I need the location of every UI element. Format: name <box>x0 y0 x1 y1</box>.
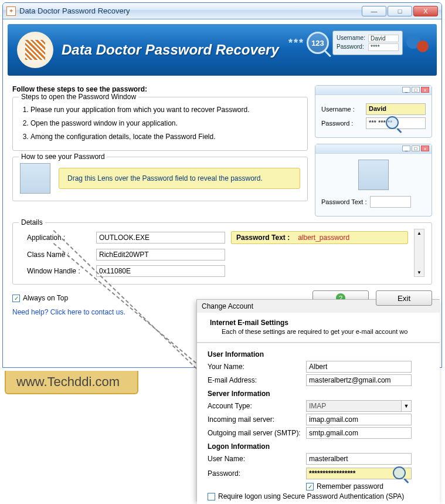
window-controls: — □ X <box>362 6 438 16</box>
preview-ptext-value <box>370 196 411 208</box>
follow-heading: Follow these steps to see the password: <box>12 85 308 93</box>
account-type-select[interactable]: ▼ <box>306 400 412 412</box>
application-field: OUTLOOK.EXE <box>96 232 225 243</box>
preview-username: David <box>366 103 426 115</box>
banner: Data Doctor Password Recovery *** 123 Us… <box>8 24 437 76</box>
preview-login-window: _□x Username :David Password :*** *** ** <box>315 85 432 138</box>
maximize-button[interactable]: □ <box>388 6 412 16</box>
step-item: Among the configuration details, locate … <box>30 130 300 144</box>
steps-groupbox: Steps to open the Password Window Please… <box>12 97 308 151</box>
banner-mini-login: Username:David Password:**** <box>332 31 403 55</box>
steps-list: Please run your application from which y… <box>20 103 300 143</box>
classname-field: RichEdit20WPT <box>96 249 225 261</box>
people-icon <box>406 29 430 57</box>
banner-stars: *** <box>288 37 304 49</box>
magnifier-123-icon: 123 <box>307 32 329 54</box>
preview-result-window: _□x Password Text : <box>315 144 432 217</box>
content-area: Follow these steps to see the password: … <box>3 80 441 321</box>
exit-button[interactable]: Exit <box>376 290 432 306</box>
magnifier-icon <box>386 116 400 130</box>
preview-min-icon: _ <box>402 146 410 151</box>
always-on-top-checkbox[interactable]: ✓Always on Top <box>12 294 68 302</box>
preview-close-icon: x <box>421 146 429 151</box>
preview-max-icon: □ <box>412 87 420 93</box>
how-title: How to see your Password <box>19 153 107 161</box>
preview-max-icon: □ <box>412 146 420 151</box>
step-item: Please run your application from which y… <box>30 103 300 117</box>
dialog-desc: Each of these settings are required to g… <box>202 328 435 339</box>
details-groupbox: Details Application : OUTLOOK.EXE Passwo… <box>12 222 432 285</box>
banner-logo-icon <box>17 32 53 68</box>
server-info-heading: Server Information <box>208 390 434 398</box>
outlook-dialog: Change Account Internet E-mail Settings … <box>196 299 440 502</box>
close-button[interactable]: X <box>413 6 438 16</box>
your-name-input[interactable] <box>306 361 412 373</box>
banner-right-graphic: *** 123 Username:David Password:**** <box>288 29 430 57</box>
details-title: Details <box>19 218 45 226</box>
logon-info-heading: Logon Information <box>208 442 434 451</box>
lens-drag-icon[interactable] <box>20 163 50 194</box>
steps-group-title: Steps to open the Password Window <box>19 93 138 101</box>
magnifier-over-password-icon <box>393 466 407 481</box>
banner-title: Data Doctor Password Recovery <box>62 42 279 58</box>
app-icon: ✦ <box>6 6 16 16</box>
logon-username-input[interactable] <box>306 453 412 465</box>
email-input[interactable] <box>306 374 412 386</box>
incoming-server-input[interactable] <box>306 414 412 425</box>
password-text-display: Password Text :albert_password <box>231 231 408 244</box>
user-info-heading: User Information <box>208 350 434 358</box>
remember-password-checkbox[interactable]: ✓Remember password <box>306 482 400 491</box>
window-title: Data Doctor Password Recovery <box>19 6 362 15</box>
titlebar[interactable]: ✦ Data Doctor Password Recovery — □ X <box>3 3 441 19</box>
chevron-down-icon: ▼ <box>401 400 412 412</box>
watermark-label: www.Techddi.com <box>5 371 138 394</box>
minimize-button[interactable]: — <box>362 6 386 16</box>
preview-close-icon: x <box>421 87 429 93</box>
preview-lens-icon <box>358 160 389 190</box>
hint-text: Drag this Lens over the Password field t… <box>59 168 300 189</box>
spa-checkbox[interactable]: Require logon using Secure Password Auth… <box>208 492 404 500</box>
how-groupbox: How to see your Password Drag this Lens … <box>12 157 308 201</box>
handle-field: 0x11080E <box>96 265 225 277</box>
dialog-subtitle: Internet E-mail Settings <box>202 316 435 328</box>
details-scrollbar[interactable]: ▲▼ <box>414 229 424 277</box>
outgoing-server-input[interactable] <box>306 427 412 439</box>
preview-min-icon: _ <box>402 87 410 93</box>
step-item: Open the password window in your applica… <box>30 117 300 130</box>
